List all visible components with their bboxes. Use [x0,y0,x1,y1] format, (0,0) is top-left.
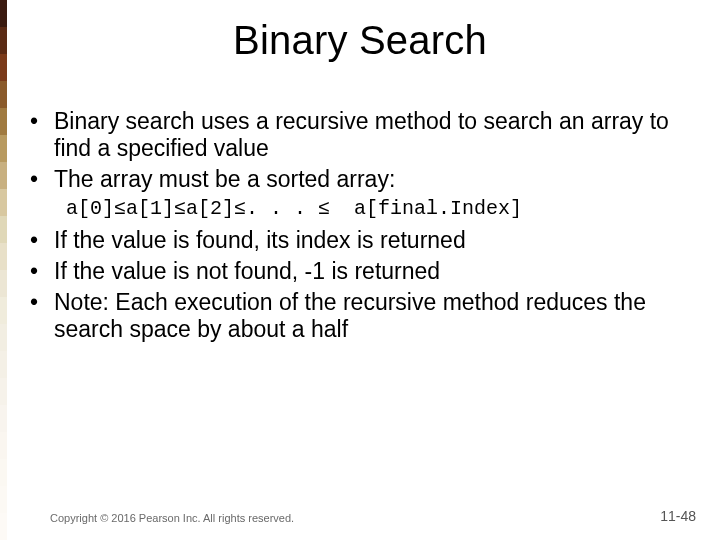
bullet-item: If the value is found, its index is retu… [24,227,696,254]
page-number: 11-48 [660,508,696,524]
bullet-item: The array must be a sorted array: [24,166,696,193]
bullet-item: If the value is not found, -1 is returne… [24,258,696,285]
stripe-segment [0,459,7,486]
stripe-segment [0,189,7,216]
stripe-segment [0,351,7,378]
slide: Binary Search Binary search uses a recur… [0,0,720,540]
code-line: a[0]≤a[1]≤a[2]≤. . . ≤ a[final.Index] [24,197,696,221]
stripe-segment [0,108,7,135]
stripe-segment [0,81,7,108]
stripe-segment [0,324,7,351]
stripe-segment [0,378,7,405]
bullet-item: Binary search uses a recursive method to… [24,108,696,162]
stripe-segment [0,432,7,459]
stripe-segment [0,135,7,162]
stripe-segment [0,405,7,432]
stripe-segment [0,513,7,540]
bullet-list-bottom: If the value is found, its index is retu… [24,227,696,344]
left-decorative-stripe [0,0,7,540]
slide-title: Binary Search [0,18,720,63]
stripe-segment [0,297,7,324]
slide-body: Binary search uses a recursive method to… [24,108,696,347]
bullet-item: Note: Each execution of the recursive me… [24,289,696,343]
stripe-segment [0,162,7,189]
stripe-segment [0,243,7,270]
copyright-footer: Copyright © 2016 Pearson Inc. All rights… [50,512,294,524]
stripe-segment [0,270,7,297]
stripe-segment [0,216,7,243]
bullet-list-top: Binary search uses a recursive method to… [24,108,696,193]
stripe-segment [0,486,7,513]
